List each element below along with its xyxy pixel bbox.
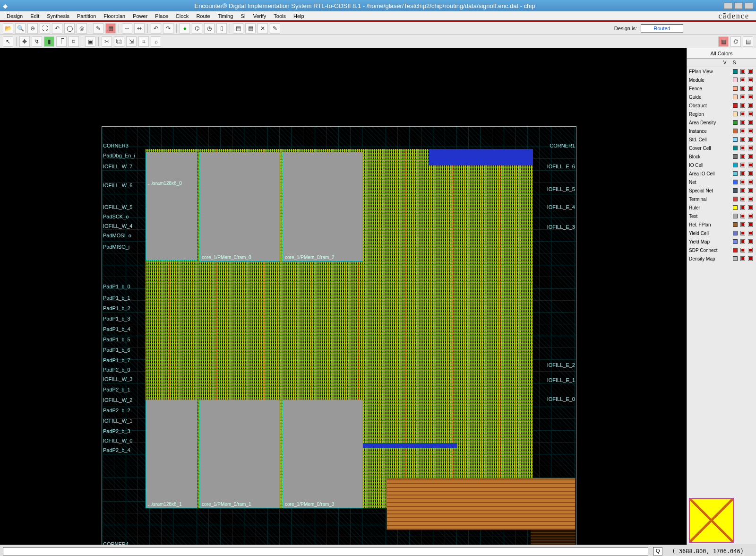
select-icon[interactable]: ↖ — [3, 36, 13, 47]
layer-select-toggle[interactable] — [748, 103, 753, 108]
layer-visible-toggle[interactable] — [740, 180, 745, 184]
layer-visible-toggle[interactable] — [740, 112, 745, 116]
layer-select-toggle[interactable] — [748, 163, 753, 167]
zoom-prev-icon[interactable]: ↶ — [52, 23, 62, 34]
layer-row[interactable]: Module — [687, 76, 756, 84]
zoom-fit-icon[interactable]: ⛶ — [40, 23, 50, 34]
layer-select-toggle[interactable] — [748, 205, 753, 210]
layer-select-toggle[interactable] — [748, 78, 753, 82]
menu-clock[interactable]: Clock — [172, 13, 193, 19]
layer-select-toggle[interactable] — [748, 146, 753, 150]
layout-canvas[interactable]: CORNER3 CORNER1 CORNER4 PadDbg_En_i IOFI… — [0, 48, 687, 545]
layer-visible-toggle[interactable] — [740, 239, 745, 244]
clock-icon[interactable]: ◷ — [204, 23, 215, 34]
open-icon[interactable]: 📂 — [3, 23, 13, 34]
menu-floorplan[interactable]: Floorplan — [100, 13, 129, 19]
redo-icon[interactable]: ↷ — [163, 23, 173, 34]
zoom-out-icon[interactable]: ⊖ — [27, 23, 38, 34]
layer-select-toggle[interactable] — [748, 197, 753, 201]
layer-select-toggle[interactable] — [748, 154, 753, 159]
layer-row[interactable]: Ruler — [687, 203, 756, 212]
layer-visible-toggle[interactable] — [740, 154, 745, 159]
layer-select-toggle[interactable] — [748, 222, 753, 227]
layer-row[interactable]: Obstruct — [687, 101, 756, 110]
all-colors-button[interactable]: All Colors — [687, 48, 756, 59]
menu-help[interactable]: Help — [290, 13, 308, 19]
zoom-in-icon[interactable]: 🔍 — [15, 23, 26, 34]
ruler-w-icon[interactable]: ↭ — [134, 23, 145, 34]
rect-icon[interactable]: ▮ — [44, 36, 54, 47]
macro-sram0[interactable]: .../sram128x8_0 — [146, 152, 198, 261]
layer-row[interactable]: Net — [687, 178, 756, 186]
query-icon[interactable]: ⌕ — [151, 36, 161, 47]
layer-color-swatch[interactable] — [733, 180, 738, 184]
layer-visible-toggle[interactable] — [740, 129, 745, 133]
layer-color-swatch[interactable] — [733, 171, 738, 176]
layer-select-toggle[interactable] — [748, 231, 753, 235]
layer-visible-toggle[interactable] — [740, 214, 745, 218]
line-icon[interactable]: ⎾ — [56, 36, 67, 47]
layer-visible-toggle[interactable] — [740, 120, 745, 125]
edit-icon[interactable]: ✎ — [270, 23, 280, 34]
layer-color-swatch[interactable] — [733, 197, 738, 201]
layer-visible-toggle[interactable] — [740, 69, 745, 74]
snap-icon[interactable]: ⌗ — [138, 36, 149, 47]
menu-si[interactable]: SI — [237, 13, 249, 19]
q-button[interactable]: Q — [653, 547, 662, 556]
redraw-icon[interactable]: ◯ — [64, 23, 75, 34]
sheet-icon[interactable]: ▯ — [216, 23, 227, 34]
menu-verify[interactable]: Verify — [249, 13, 270, 19]
layer-visible-toggle[interactable] — [740, 188, 745, 193]
layer-color-swatch[interactable] — [733, 95, 738, 99]
path-icon[interactable]: ↯ — [32, 36, 42, 47]
menu-synthesis[interactable]: Synthesis — [43, 13, 73, 19]
layer-visible-toggle[interactable] — [740, 95, 745, 99]
layer-row[interactable]: Guide — [687, 93, 756, 101]
attr-icon[interactable]: ⌑ — [69, 36, 79, 47]
macro-ram1[interactable]: core_1/PMem_0/ram_1 — [199, 400, 280, 508]
layer-visible-toggle[interactable] — [740, 78, 745, 82]
layer-select-toggle[interactable] — [748, 171, 753, 176]
layer-color-swatch[interactable] — [733, 129, 738, 133]
layer-visible-toggle[interactable] — [740, 171, 745, 176]
macro-ram3[interactable]: core_1/PMem_0/ram_3 — [283, 400, 363, 508]
layer-select-toggle[interactable] — [748, 129, 753, 133]
layer-row[interactable]: Text — [687, 212, 756, 220]
macro-sram1[interactable]: .../sram128x8_1 — [146, 400, 198, 508]
layer-row[interactable]: Instance — [687, 127, 756, 135]
layer-color-swatch[interactable] — [733, 239, 738, 244]
move-icon[interactable]: ✥ — [19, 36, 30, 47]
layer-row[interactable]: Yield Map — [687, 237, 756, 246]
layer-color-swatch[interactable] — [733, 78, 738, 82]
layer-select-toggle[interactable] — [748, 86, 753, 91]
view-amoeba-icon[interactable]: ⌬ — [730, 36, 741, 47]
minimize-button[interactable] — [724, 2, 732, 9]
view-physical-icon[interactable]: ▦ — [718, 36, 729, 47]
layer-visible-toggle[interactable] — [740, 256, 745, 261]
layer-select-toggle[interactable] — [748, 248, 753, 252]
layer-color-swatch[interactable] — [733, 231, 738, 235]
layer-row[interactable]: Rel. FPlan — [687, 220, 756, 229]
layer-color-swatch[interactable] — [733, 222, 738, 227]
layer-color-swatch[interactable] — [733, 103, 738, 108]
layer-select-toggle[interactable] — [748, 214, 753, 218]
measure-icon[interactable]: ✕ — [258, 23, 268, 34]
undo-icon[interactable]: ↶ — [151, 23, 161, 34]
layer-select-toggle[interactable] — [748, 256, 753, 261]
layer-visible-toggle[interactable] — [740, 222, 745, 227]
layer-visible-toggle[interactable] — [740, 163, 745, 167]
layer-color-swatch[interactable] — [733, 146, 738, 150]
menu-timing[interactable]: Timing — [214, 13, 237, 19]
layer-row[interactable]: Density Map — [687, 254, 756, 263]
layer-color-swatch[interactable] — [733, 214, 738, 218]
layer-select-toggle[interactable] — [748, 239, 753, 244]
menu-partition[interactable]: Partition — [73, 13, 100, 19]
layer-select-toggle[interactable] — [748, 137, 753, 142]
layer-row[interactable]: Area IO Cell — [687, 169, 756, 178]
layer-color-swatch[interactable] — [733, 154, 738, 159]
layer-visible-toggle[interactable] — [740, 197, 745, 201]
layer-color-swatch[interactable] — [733, 163, 738, 167]
run-icon[interactable]: ● — [180, 23, 190, 34]
layer-color-swatch[interactable] — [733, 205, 738, 210]
layer-visible-toggle[interactable] — [740, 86, 745, 91]
